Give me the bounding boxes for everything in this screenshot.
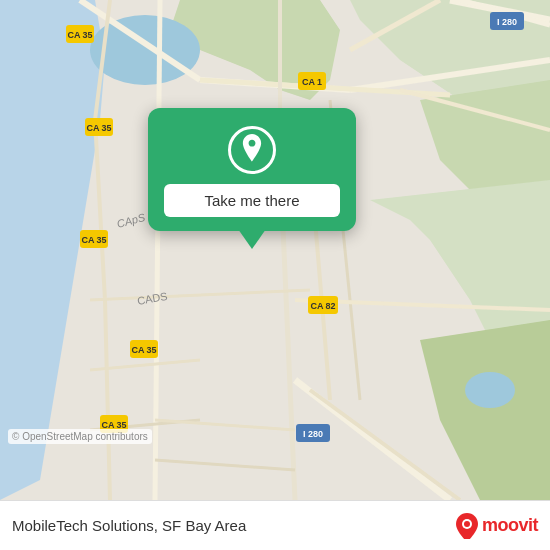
take-me-there-button[interactable]: Take me there [164,184,340,217]
location-pin-icon [238,134,266,166]
pin-icon-wrapper [228,126,276,174]
map-attribution: © OpenStreetMap contributors [8,429,152,444]
svg-text:I 280: I 280 [303,429,323,439]
svg-text:CA 1: CA 1 [302,77,322,87]
svg-text:CA 35: CA 35 [67,30,92,40]
svg-point-54 [464,521,470,527]
map-container: CA 35 CA 35 CA 35 CA 35 CA 35 CA 1 I 280… [0,0,550,500]
moovit-logo: moovit [456,513,538,539]
svg-text:CA 82: CA 82 [310,301,335,311]
svg-text:I 280: I 280 [497,17,517,27]
moovit-pin-icon [456,513,478,539]
location-popup: Take me there [148,108,356,231]
svg-point-8 [465,372,515,408]
svg-text:CA 35: CA 35 [81,235,106,245]
svg-text:CA 35: CA 35 [131,345,156,355]
moovit-text: moovit [482,515,538,536]
app-title: MobileTech Solutions, SF Bay Area [12,517,456,534]
bottom-bar: MobileTech Solutions, SF Bay Area moovit [0,500,550,550]
svg-text:CA 35: CA 35 [86,123,111,133]
